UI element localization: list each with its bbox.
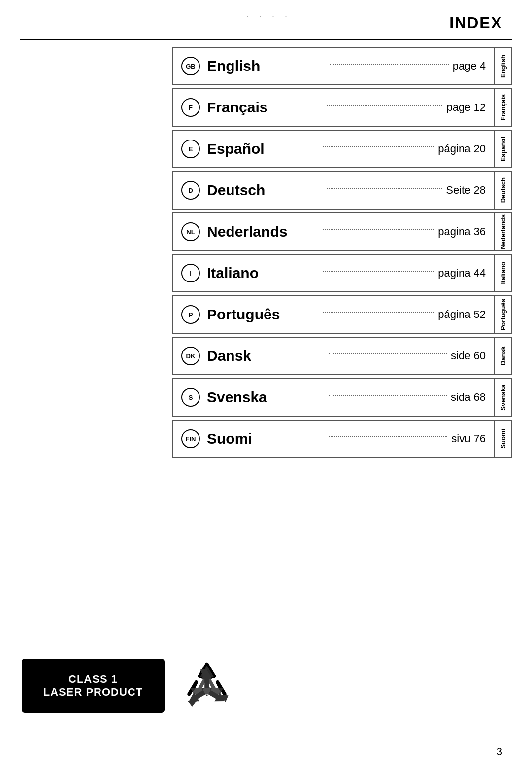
lang-code-nl: NL bbox=[181, 222, 200, 241]
index-row-d: D Deutsch Seite 28 Deutsch bbox=[172, 171, 512, 210]
page-number: 3 bbox=[497, 745, 502, 758]
lang-page-e: página 20 bbox=[438, 142, 486, 155]
lang-code-fin: FIN bbox=[181, 429, 200, 448]
index-row-gb: GB English page 4 English bbox=[172, 47, 512, 85]
index-box-p[interactable]: P Português página 52 bbox=[172, 295, 495, 334]
index-row-f: F Français page 12 Français bbox=[172, 88, 512, 127]
lang-code-e: E bbox=[181, 140, 200, 158]
index-row-s: S Svenska sida 68 Svenska bbox=[172, 378, 512, 417]
lang-page-gb: page 4 bbox=[453, 60, 486, 72]
lang-name-s: Svenska bbox=[207, 389, 325, 406]
index-row-i: I Italiano pagina 44 Italiano bbox=[172, 254, 512, 292]
tab-label-text: Suomi bbox=[499, 429, 507, 449]
lang-code-i: I bbox=[181, 264, 200, 282]
tab-label-text: Dansk bbox=[499, 346, 507, 365]
index-row-p: P Português página 52 Português bbox=[172, 295, 512, 334]
laser-line1: CLASS 1 bbox=[68, 673, 118, 686]
tab-dk[interactable]: Dansk bbox=[495, 337, 512, 375]
lang-code-p: P bbox=[181, 305, 200, 324]
index-box-gb[interactable]: GB English page 4 bbox=[172, 47, 495, 85]
tab-label-text: English bbox=[499, 55, 507, 78]
tab-label-text: Svenska bbox=[499, 385, 507, 411]
lang-page-fin: sivu 76 bbox=[451, 432, 486, 445]
lang-name-d: Deutsch bbox=[207, 182, 323, 199]
index-box-i[interactable]: I Italiano pagina 44 bbox=[172, 254, 495, 292]
lang-code-d: D bbox=[181, 181, 200, 200]
tab-fin[interactable]: Suomi bbox=[495, 420, 512, 458]
index-row-dk: DK Dansk side 60 Dansk bbox=[172, 337, 512, 375]
tab-nl[interactable]: Nederlands bbox=[495, 212, 512, 251]
index-box-f[interactable]: F Français page 12 bbox=[172, 88, 495, 127]
tab-p[interactable]: Português bbox=[495, 295, 512, 334]
index-row-e: E Español página 20 Español bbox=[172, 130, 512, 168]
top-decoration: . . . . bbox=[246, 9, 291, 19]
lang-name-e: Español bbox=[207, 140, 319, 157]
tab-label-text: Português bbox=[499, 299, 507, 330]
tab-f[interactable]: Français bbox=[495, 88, 512, 127]
index-box-dk[interactable]: DK Dansk side 60 bbox=[172, 337, 495, 375]
tab-gb[interactable]: English bbox=[495, 47, 512, 85]
index-row-nl: NL Nederlands pagina 36 Nederlands bbox=[172, 212, 512, 251]
laser-line2: LASER PRODUCT bbox=[43, 686, 143, 699]
tab-label-text: Deutsch bbox=[499, 177, 507, 203]
lang-page-f: page 12 bbox=[446, 101, 486, 114]
lang-name-nl: Nederlands bbox=[207, 223, 319, 240]
tab-i[interactable]: Italiano bbox=[495, 254, 512, 292]
lang-page-s: sida 68 bbox=[451, 391, 486, 404]
lang-page-i: pagina 44 bbox=[438, 267, 486, 280]
tab-label-text: Español bbox=[499, 137, 507, 162]
lang-page-nl: pagina 36 bbox=[438, 225, 486, 238]
lang-code-gb: GB bbox=[181, 57, 200, 75]
lang-name-gb: English bbox=[207, 58, 326, 74]
lang-code-f: F bbox=[181, 98, 200, 117]
lang-name-dk: Dansk bbox=[207, 348, 325, 364]
laser-product-box: CLASS 1 LASER PRODUCT bbox=[22, 659, 165, 713]
lang-name-f: Français bbox=[207, 99, 323, 116]
lang-code-dk: DK bbox=[181, 347, 200, 365]
index-row-fin: FIN Suomi sivu 76 Suomi bbox=[172, 420, 512, 458]
tab-e[interactable]: Español bbox=[495, 130, 512, 168]
tab-d[interactable]: Deutsch bbox=[495, 171, 512, 210]
index-box-d[interactable]: D Deutsch Seite 28 bbox=[172, 171, 495, 210]
tab-label-text: Italiano bbox=[499, 262, 507, 284]
index-box-s[interactable]: S Svenska sida 68 bbox=[172, 378, 495, 417]
index-container: GB English page 4 English F Français pag… bbox=[172, 47, 512, 461]
lang-name-i: Italiano bbox=[207, 265, 319, 281]
lang-name-fin: Suomi bbox=[207, 430, 325, 447]
tab-label-text: Français bbox=[499, 94, 507, 120]
title-divider bbox=[20, 39, 512, 40]
page-title: INDEX bbox=[449, 14, 502, 32]
tab-s[interactable]: Svenska bbox=[495, 378, 512, 417]
index-box-nl[interactable]: NL Nederlands pagina 36 bbox=[172, 212, 495, 251]
index-box-fin[interactable]: FIN Suomi sivu 76 bbox=[172, 420, 495, 458]
recycle-symbol bbox=[177, 660, 236, 719]
lang-page-p: página 52 bbox=[438, 308, 486, 321]
tab-label-text: Nederlands bbox=[499, 214, 507, 249]
lang-code-s: S bbox=[181, 388, 200, 407]
lang-name-p: Português bbox=[207, 306, 319, 323]
lang-page-d: Seite 28 bbox=[446, 184, 486, 197]
lang-page-dk: side 60 bbox=[451, 350, 486, 362]
index-box-e[interactable]: E Español página 20 bbox=[172, 130, 495, 168]
